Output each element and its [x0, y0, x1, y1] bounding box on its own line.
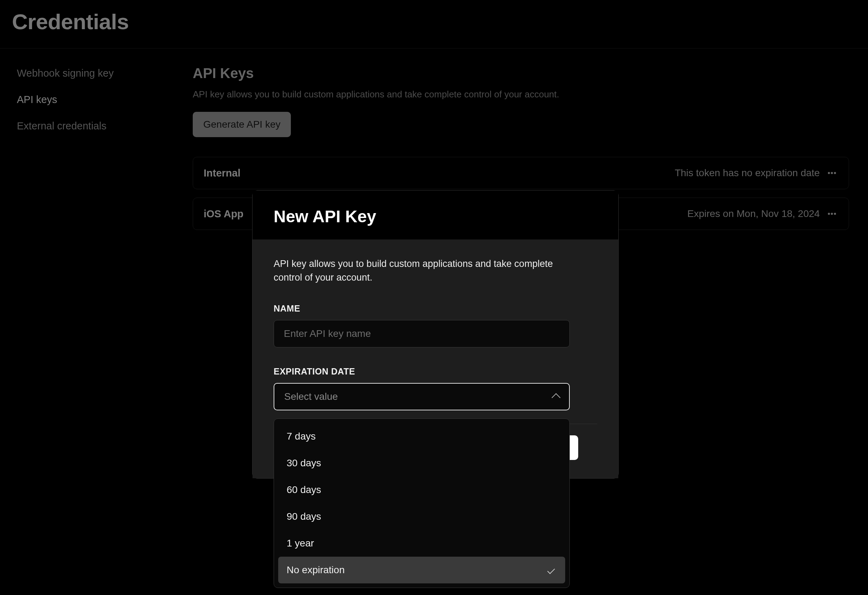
expiration-option-90-days[interactable]: 90 days	[278, 503, 565, 530]
expiration-option-30-days[interactable]: 30 days	[278, 450, 565, 477]
expiration-select-value: Select value	[284, 391, 338, 402]
expiration-dropdown: 7 days 30 days 60 days 90 days 1 year No…	[274, 418, 570, 588]
option-label: 7 days	[286, 431, 316, 442]
option-label: 30 days	[286, 458, 321, 469]
expiration-option-no-expiration[interactable]: No expiration	[278, 557, 565, 583]
expiration-option-1-year[interactable]: 1 year	[278, 530, 565, 557]
check-icon	[547, 566, 555, 574]
new-api-key-modal: New API Key API key allows you to build …	[252, 190, 619, 478]
chevron-up-icon	[552, 393, 560, 402]
expiration-field-label: EXPIRATION DATE	[274, 366, 597, 376]
modal-description: API key allows you to build custom appli…	[274, 257, 576, 285]
option-label: 60 days	[286, 484, 321, 496]
modal-title: New API Key	[274, 207, 597, 226]
api-key-name-input[interactable]	[274, 320, 570, 347]
option-label: 90 days	[286, 511, 321, 522]
expiration-select[interactable]: Select value	[274, 383, 570, 410]
name-field-label: NAME	[274, 304, 597, 314]
option-label: 1 year	[286, 538, 314, 549]
option-label: No expiration	[286, 564, 345, 576]
expiration-option-7-days[interactable]: 7 days	[278, 423, 565, 450]
expiration-option-60-days[interactable]: 60 days	[278, 477, 565, 503]
